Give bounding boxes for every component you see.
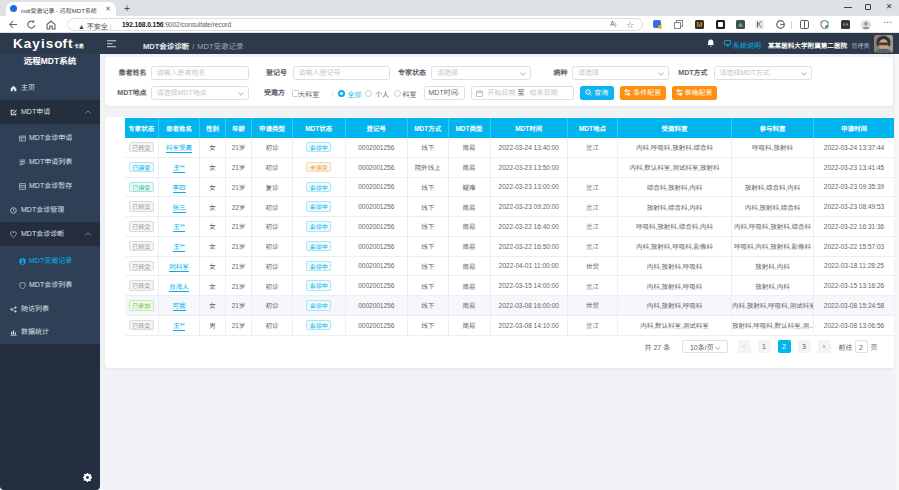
svg-text:M: M	[696, 21, 702, 28]
